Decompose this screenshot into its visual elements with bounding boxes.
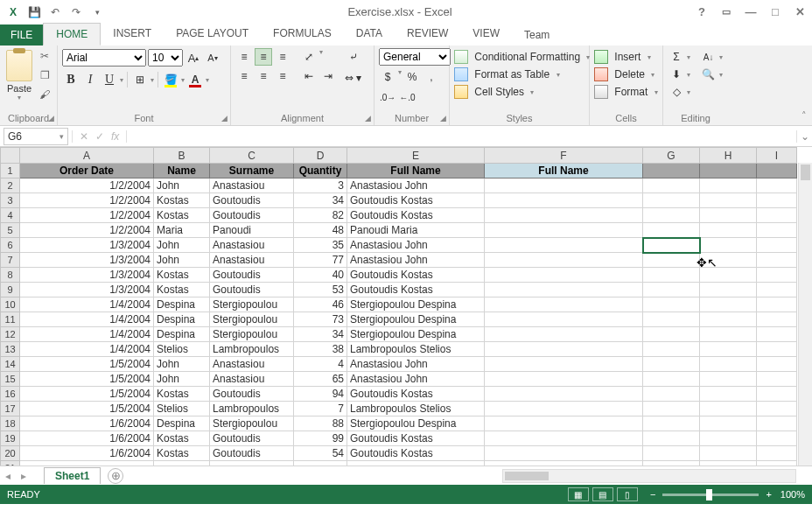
cell[interactable]: 34 [294,327,347,342]
header-cell[interactable] [757,164,797,178]
cell[interactable]: Lambropoulos [210,342,294,357]
cell[interactable] [757,342,797,357]
header-cell[interactable]: Full Name [485,164,643,178]
cell[interactable]: Kostas [154,446,210,461]
cell[interactable] [643,357,700,372]
cell[interactable] [757,431,797,446]
cell[interactable] [700,253,757,268]
col-header-G[interactable]: G [643,148,700,164]
cell[interactable]: Goutoudis Kostas [347,208,485,223]
format-as-table-button[interactable]: Format as Table ▾ [454,66,560,83]
cell[interactable]: Stergiopoulou Despina [347,298,485,312]
decrease-indent-button[interactable]: ⇤ [300,67,318,85]
cell[interactable] [700,416,757,431]
cell[interactable] [757,208,797,223]
cell[interactable] [643,268,700,283]
cell[interactable]: Anastasiou John [347,372,485,387]
cell[interactable]: 1/2/2004 [20,223,154,238]
align-left-button[interactable]: ≡ [235,67,253,85]
cell[interactable] [485,312,643,327]
expand-formula-bar[interactable]: ⌄ [796,130,812,143]
cell[interactable]: 46 [294,298,347,312]
cell[interactable] [643,223,700,238]
row-header[interactable]: 7 [1,253,20,268]
cell[interactable] [485,223,643,238]
cell[interactable]: Anastasiou John [347,357,485,372]
cell[interactable] [700,327,757,342]
row-header[interactable]: 4 [1,208,20,223]
zoom-in-button[interactable]: + [766,489,771,500]
cell[interactable] [643,312,700,327]
cell[interactable]: Anastasiou John [347,178,485,193]
cell[interactable]: 1/6/2004 [20,416,154,431]
header-cell[interactable]: Quantity [294,164,347,178]
cell[interactable]: Kostas [154,283,210,298]
borders-button[interactable]: ⊞ [131,71,149,88]
cell[interactable]: 1/4/2004 [20,327,154,342]
cell[interactable] [643,446,700,461]
cell[interactable]: Panoudi [210,223,294,238]
header-cell[interactable]: Surname [210,164,294,178]
cell[interactable]: 54 [294,446,347,461]
cell[interactable]: 1/5/2004 [20,387,154,402]
row-header[interactable]: 17 [1,402,20,416]
col-header-E[interactable]: E [347,148,485,164]
cell[interactable]: 73 [294,312,347,327]
sort-filter-button[interactable]: A↓ [700,48,718,66]
cell[interactable]: Goutoudis Kostas [347,431,485,446]
cell[interactable] [485,268,643,283]
header-cell[interactable]: Order Date [20,164,154,178]
percent-button[interactable]: % [403,68,421,86]
insert-function-button[interactable]: fx [111,130,119,143]
cell[interactable] [485,387,643,402]
clipboard-launcher[interactable]: ◢ [48,114,54,122]
cell[interactable] [643,298,700,312]
cell[interactable] [757,372,797,387]
header-cell[interactable] [700,164,757,178]
cell[interactable]: 38 [294,342,347,357]
wrap-text-button[interactable]: ⤶ [344,48,362,66]
fill-color-button[interactable]: 🪣 [162,71,179,88]
align-top-button[interactable]: ≡ [235,48,253,66]
cell[interactable] [757,446,797,461]
cell[interactable] [643,431,700,446]
row-header[interactable]: 16 [1,387,20,402]
vertical-scrollbar[interactable] [798,163,812,466]
cell[interactable] [700,372,757,387]
cell[interactable]: John [154,357,210,372]
zoom-level[interactable]: 100% [780,489,805,500]
cell[interactable] [700,223,757,238]
row-header[interactable]: 18 [1,416,20,431]
cell[interactable] [757,402,797,416]
orientation-button[interactable]: ⤢ [300,48,318,66]
cell[interactable] [757,283,797,298]
conditional-formatting-button[interactable]: Conditional Formatting ▾ [454,48,590,66]
cell[interactable]: John [154,372,210,387]
horizontal-scrollbar[interactable] [502,469,796,483]
cell[interactable]: Anastasiou [210,357,294,372]
alignment-launcher[interactable]: ◢ [365,114,371,122]
cell[interactable] [643,327,700,342]
paste-button[interactable]: Paste ▾ [4,48,34,102]
cell[interactable] [485,238,643,253]
row-header[interactable]: 6 [1,238,20,253]
tab-file[interactable]: FILE [0,24,43,46]
cell[interactable] [485,283,643,298]
new-sheet-button[interactable]: ⊕ [108,468,123,484]
cell[interactable] [700,298,757,312]
cell[interactable]: Kostas [154,268,210,283]
cell[interactable]: Despina [154,312,210,327]
font-color-button[interactable]: A [186,71,204,88]
qat-customize[interactable]: ▾ [88,3,107,22]
cell[interactable] [757,178,797,193]
cell[interactable] [700,283,757,298]
cell[interactable] [485,431,643,446]
tab-home[interactable]: HOME [43,23,101,46]
cell[interactable]: Goutoudis Kostas [347,387,485,402]
cell[interactable]: Stelios [154,402,210,416]
align-bottom-button[interactable]: ≡ [274,48,291,66]
close-button[interactable]: ✕ [791,5,808,18]
cell[interactable]: 1/3/2004 [20,253,154,268]
redo-button[interactable]: ↷ [66,3,86,22]
cell[interactable]: Stergiopoulou [210,298,294,312]
